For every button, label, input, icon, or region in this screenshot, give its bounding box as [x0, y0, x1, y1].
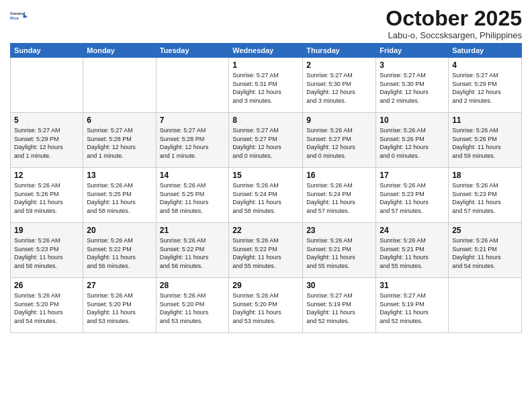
calendar-day-cell [11, 58, 83, 113]
day-number: 7 [160, 116, 226, 125]
calendar-day-cell: 13Sunrise: 5:26 AM Sunset: 5:25 PM Dayli… [83, 168, 156, 223]
calendar-day-cell: 9Sunrise: 5:26 AM Sunset: 5:27 PM Daylig… [303, 113, 376, 168]
calendar-day-header: Tuesday [156, 44, 229, 58]
calendar-day-cell: 3Sunrise: 5:27 AM Sunset: 5:30 PM Daylig… [376, 58, 449, 113]
calendar-week-row: 1Sunrise: 5:27 AM Sunset: 5:31 PM Daylig… [11, 58, 522, 113]
calendar-day-header: Friday [376, 44, 449, 58]
page: GeneralBlue October 2025 Labu-o, Soccsks… [0, 0, 532, 340]
calendar-header-row: SundayMondayTuesdayWednesdayThursdayFrid… [11, 44, 522, 58]
day-number: 9 [306, 116, 372, 125]
calendar-day-cell [156, 58, 229, 113]
header: GeneralBlue October 2025 Labu-o, Soccsks… [10, 7, 522, 40]
day-info: Sunrise: 5:27 AM Sunset: 5:30 PM Dayligh… [380, 71, 445, 105]
calendar-week-row: 19Sunrise: 5:26 AM Sunset: 5:23 PM Dayli… [11, 223, 522, 278]
day-number: 1 [232, 60, 299, 70]
calendar-day-header: Sunday [11, 44, 83, 58]
day-info: Sunrise: 5:26 AM Sunset: 5:21 PM Dayligh… [452, 236, 518, 270]
day-number: 15 [232, 171, 299, 180]
svg-text:Blue: Blue [10, 16, 19, 20]
calendar-day-cell: 23Sunrise: 5:26 AM Sunset: 5:21 PM Dayli… [303, 223, 376, 278]
calendar-day-cell: 20Sunrise: 5:26 AM Sunset: 5:22 PM Dayli… [83, 223, 156, 278]
calendar-day-cell: 15Sunrise: 5:26 AM Sunset: 5:24 PM Dayli… [229, 168, 303, 223]
day-number: 3 [380, 60, 445, 70]
day-info: Sunrise: 5:27 AM Sunset: 5:29 PM Dayligh… [14, 126, 79, 160]
calendar-day-cell: 14Sunrise: 5:26 AM Sunset: 5:25 PM Dayli… [156, 168, 229, 223]
calendar-table: SundayMondayTuesdayWednesdayThursdayFrid… [10, 43, 522, 333]
calendar-day-cell: 28Sunrise: 5:26 AM Sunset: 5:20 PM Dayli… [156, 278, 229, 333]
calendar-day-header: Monday [83, 44, 156, 58]
calendar-day-cell [449, 278, 522, 333]
day-info: Sunrise: 5:26 AM Sunset: 5:23 PM Dayligh… [380, 181, 445, 215]
calendar-day-cell [83, 58, 156, 113]
day-number: 29 [232, 281, 299, 290]
day-info: Sunrise: 5:26 AM Sunset: 5:20 PM Dayligh… [160, 291, 226, 325]
day-info: Sunrise: 5:26 AM Sunset: 5:25 PM Dayligh… [87, 181, 152, 215]
day-number: 22 [232, 226, 299, 235]
day-number: 13 [87, 171, 152, 180]
day-number: 24 [380, 226, 445, 235]
calendar-day-cell: 11Sunrise: 5:26 AM Sunset: 5:26 PM Dayli… [449, 113, 522, 168]
day-info: Sunrise: 5:26 AM Sunset: 5:23 PM Dayligh… [14, 236, 79, 270]
calendar-day-cell: 12Sunrise: 5:26 AM Sunset: 5:26 PM Dayli… [11, 168, 83, 223]
day-info: Sunrise: 5:27 AM Sunset: 5:28 PM Dayligh… [87, 126, 152, 160]
calendar-day-cell: 31Sunrise: 5:27 AM Sunset: 5:19 PM Dayli… [376, 278, 449, 333]
day-number: 18 [452, 171, 518, 180]
day-info: Sunrise: 5:26 AM Sunset: 5:21 PM Dayligh… [306, 236, 372, 270]
calendar-day-cell: 24Sunrise: 5:26 AM Sunset: 5:21 PM Dayli… [376, 223, 449, 278]
calendar-day-cell: 21Sunrise: 5:26 AM Sunset: 5:22 PM Dayli… [156, 223, 229, 278]
day-info: Sunrise: 5:26 AM Sunset: 5:26 PM Dayligh… [380, 126, 445, 160]
day-number: 19 [14, 226, 79, 235]
calendar-day-cell: 29Sunrise: 5:26 AM Sunset: 5:20 PM Dayli… [229, 278, 303, 333]
calendar-week-row: 5Sunrise: 5:27 AM Sunset: 5:29 PM Daylig… [11, 113, 522, 168]
day-info: Sunrise: 5:27 AM Sunset: 5:19 PM Dayligh… [380, 291, 445, 325]
day-info: Sunrise: 5:26 AM Sunset: 5:25 PM Dayligh… [160, 181, 226, 215]
day-info: Sunrise: 5:27 AM Sunset: 5:27 PM Dayligh… [232, 126, 299, 160]
day-info: Sunrise: 5:26 AM Sunset: 5:21 PM Dayligh… [380, 236, 445, 270]
calendar-day-cell: 8Sunrise: 5:27 AM Sunset: 5:27 PM Daylig… [229, 113, 303, 168]
day-number: 2 [306, 60, 372, 70]
logo-icon: GeneralBlue [10, 7, 29, 26]
calendar-day-cell: 30Sunrise: 5:27 AM Sunset: 5:19 PM Dayli… [303, 278, 376, 333]
subtitle: Labu-o, Soccsksargen, Philippines [386, 30, 522, 40]
day-number: 16 [306, 171, 372, 180]
day-number: 11 [452, 116, 518, 125]
calendar-day-cell: 22Sunrise: 5:26 AM Sunset: 5:22 PM Dayli… [229, 223, 303, 278]
calendar-day-cell: 25Sunrise: 5:26 AM Sunset: 5:21 PM Dayli… [449, 223, 522, 278]
main-title: October 2025 [386, 7, 522, 30]
day-info: Sunrise: 5:26 AM Sunset: 5:23 PM Dayligh… [452, 181, 518, 215]
day-info: Sunrise: 5:26 AM Sunset: 5:22 PM Dayligh… [87, 236, 152, 270]
day-number: 17 [380, 171, 445, 180]
calendar-day-header: Wednesday [229, 44, 303, 58]
day-info: Sunrise: 5:26 AM Sunset: 5:20 PM Dayligh… [232, 291, 299, 325]
logo: GeneralBlue [10, 7, 29, 26]
calendar-day-header: Thursday [303, 44, 376, 58]
title-block: October 2025 Labu-o, Soccsksargen, Phili… [386, 7, 522, 40]
calendar-day-cell: 19Sunrise: 5:26 AM Sunset: 5:23 PM Dayli… [11, 223, 83, 278]
day-info: Sunrise: 5:27 AM Sunset: 5:29 PM Dayligh… [452, 71, 518, 105]
day-number: 30 [306, 281, 372, 290]
day-number: 20 [87, 226, 152, 235]
calendar-day-cell: 27Sunrise: 5:26 AM Sunset: 5:20 PM Dayli… [83, 278, 156, 333]
day-info: Sunrise: 5:26 AM Sunset: 5:20 PM Dayligh… [87, 291, 152, 325]
calendar-day-cell: 4Sunrise: 5:27 AM Sunset: 5:29 PM Daylig… [449, 58, 522, 113]
calendar-day-cell: 17Sunrise: 5:26 AM Sunset: 5:23 PM Dayli… [376, 168, 449, 223]
day-number: 12 [14, 171, 79, 180]
day-info: Sunrise: 5:26 AM Sunset: 5:20 PM Dayligh… [14, 291, 79, 325]
day-number: 6 [87, 116, 152, 125]
calendar-day-cell: 6Sunrise: 5:27 AM Sunset: 5:28 PM Daylig… [83, 113, 156, 168]
day-number: 14 [160, 171, 226, 180]
day-number: 23 [306, 226, 372, 235]
calendar-week-row: 12Sunrise: 5:26 AM Sunset: 5:26 PM Dayli… [11, 168, 522, 223]
day-info: Sunrise: 5:27 AM Sunset: 5:28 PM Dayligh… [160, 126, 226, 160]
calendar-day-cell: 2Sunrise: 5:27 AM Sunset: 5:30 PM Daylig… [303, 58, 376, 113]
day-number: 4 [452, 60, 518, 70]
calendar-week-row: 26Sunrise: 5:26 AM Sunset: 5:20 PM Dayli… [11, 278, 522, 333]
day-info: Sunrise: 5:26 AM Sunset: 5:24 PM Dayligh… [306, 181, 372, 215]
day-info: Sunrise: 5:26 AM Sunset: 5:26 PM Dayligh… [14, 181, 79, 215]
day-info: Sunrise: 5:27 AM Sunset: 5:30 PM Dayligh… [306, 71, 372, 105]
day-number: 25 [452, 226, 518, 235]
day-info: Sunrise: 5:26 AM Sunset: 5:22 PM Dayligh… [232, 236, 299, 270]
day-number: 26 [14, 281, 79, 290]
day-info: Sunrise: 5:26 AM Sunset: 5:24 PM Dayligh… [232, 181, 299, 215]
day-info: Sunrise: 5:26 AM Sunset: 5:27 PM Dayligh… [306, 126, 372, 160]
